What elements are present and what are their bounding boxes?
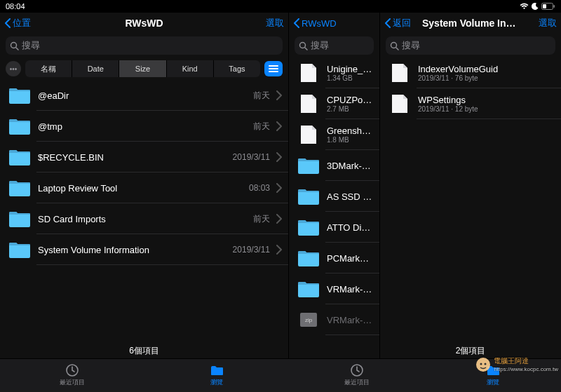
item-name: AS SSD Bench [327,191,374,202]
pane-right: 返回 System Volume Information 選取 搜尋 Index… [380,13,561,358]
list-item[interactable]: VRMark-v1-3-2 [289,304,379,335]
file-icon [388,63,411,83]
list-item[interactable]: CPUZPortableT2.7 MB [289,88,379,119]
chevron-right-icon [276,121,283,131]
item-name: CPUZPortableT [327,95,374,105]
status-right [520,3,555,10]
segment-date[interactable]: Date [72,60,119,77]
back-label: 返回 [393,17,411,29]
chevron-right-icon [276,245,283,255]
tab-bar: 最近項目 瀏覽 最近項目 瀏覽 [0,358,561,392]
view-toggle-button[interactable] [264,61,283,76]
list-item[interactable]: $RECYCLE.BIN2019/3/11 [0,142,288,173]
search-icon [10,41,19,50]
page-title: RWsWD [0,18,288,29]
nav-bar: 位置 RWsWD 選取 [0,13,288,34]
item-name: 3DMark-v2-5- [327,161,374,171]
folder-icon [8,147,31,167]
item-meta: 2019/3/11 · 12 byte [418,105,555,113]
tab-label: 最近項目 [60,378,85,387]
tab-recent[interactable]: 最近項目 [0,359,144,392]
item-count: 6個項目 [0,341,288,358]
list-item[interactable]: PCMark8-v2-1 [289,243,379,273]
tab-label: 最近項目 [344,378,370,387]
item-date: 2019/3/11 [233,152,270,162]
item-list: Unigine_Superp1.34 GBCPUZPortableT2.7 MB… [289,58,379,358]
nav-bar: 返回 System Volume Information 選取 [380,13,561,34]
chevron-right-icon [276,152,283,162]
item-date: 前天 [253,90,270,102]
list-item[interactable]: VRMark-v1-3-2 [289,273,379,304]
item-date: 08:03 [249,183,270,193]
tab-label: 瀏覽 [487,378,499,387]
list-item[interactable]: 3DMark-v2-5- [289,150,379,181]
search-icon [299,41,308,50]
list-item[interactable]: SD Card Imports前天 [0,203,288,234]
folder-icon [8,86,31,105]
search-input[interactable]: 搜尋 [6,36,283,55]
tab-browse[interactable]: 瀏覽 [144,359,289,392]
svg-rect-9 [554,5,555,8]
list-item[interactable]: WPSettings2019/3/11 · 12 byte [380,88,561,119]
more-button[interactable]: ••• [6,61,21,76]
item-name: ATTO Disk Ben [327,222,374,233]
tab-recent[interactable]: 最近項目 [289,359,425,392]
zip-icon [297,310,320,330]
pane-middle: RWsWD 搜尋 Unigine_Superp1.34 GBCPUZPortab… [289,13,380,358]
list-item[interactable]: Greenshot-INS1.8 MB [289,119,379,150]
back-button[interactable]: 位置 [4,17,31,29]
wifi-icon [520,3,529,10]
list-item[interactable]: Laptop Review Tool08:03 [0,173,288,203]
item-name: @tmp [38,121,249,132]
list-item[interactable]: IndexerVolumeGuid2019/3/11 · 76 byte [380,58,561,88]
list-item[interactable]: AS SSD Bench [289,181,379,212]
select-button[interactable]: 選取 [539,17,557,29]
item-name: System Volume Information [38,245,229,255]
file-icon [297,125,320,144]
folder-icon [8,116,31,136]
list-item[interactable]: System Volume Information2019/3/11 [0,234,288,265]
segment-size[interactable]: Size [119,60,165,77]
back-button[interactable]: RWsWD [293,18,337,29]
chevron-left-icon [293,18,300,28]
search-placeholder: 搜尋 [22,39,40,52]
svg-rect-10 [543,4,546,8]
item-name: Greenshot-INS [327,126,374,136]
item-name: Laptop Review Tool [38,183,245,194]
item-name: $RECYCLE.BIN [38,152,229,163]
item-date: 2019/3/11 [233,245,270,255]
search-icon [390,41,399,50]
list-item[interactable]: @tmp前天 [0,111,288,142]
folder-icon [297,217,320,237]
folder-icon [297,248,320,268]
clock-icon [351,364,363,377]
folder-icon [297,156,320,175]
segment-kind[interactable]: Kind [166,60,213,77]
item-list: IndexerVolumeGuid2019/3/11 · 76 byteWPSe… [380,58,561,341]
file-icon [297,94,320,114]
search-input[interactable]: 搜尋 [295,36,374,55]
status-time: 08:04 [6,2,25,11]
item-name: IndexerVolumeGuid [418,64,555,74]
item-name: VRMark-v1-3-2 [327,315,374,325]
battery-icon [541,3,555,10]
sort-toolbar: ••• 名稱 Date Size Kind Tags [0,58,288,80]
list-item[interactable]: Unigine_Superp1.34 GB [289,58,379,88]
list-item[interactable]: @eaDir前天 [0,80,288,111]
select-button[interactable]: 選取 [266,17,284,29]
search-input[interactable]: 搜尋 [386,36,555,55]
tab-browse[interactable]: 瀏覽 [425,359,561,392]
back-label: RWsWD [302,18,337,29]
item-count: 2個項目 [380,341,561,358]
segment-tags[interactable]: Tags [213,60,260,77]
list-icon [269,65,278,73]
segment-name[interactable]: 名稱 [25,60,72,77]
nav-bar: RWsWD [289,13,379,34]
chevron-right-icon [276,183,283,193]
list-item[interactable]: ATTO Disk Ben [289,212,379,243]
folder-icon [8,178,31,198]
item-date: 前天 [253,121,270,133]
chevron-left-icon [4,18,11,28]
back-button[interactable]: 返回 [384,17,411,29]
tab-label: 瀏覽 [210,378,223,387]
